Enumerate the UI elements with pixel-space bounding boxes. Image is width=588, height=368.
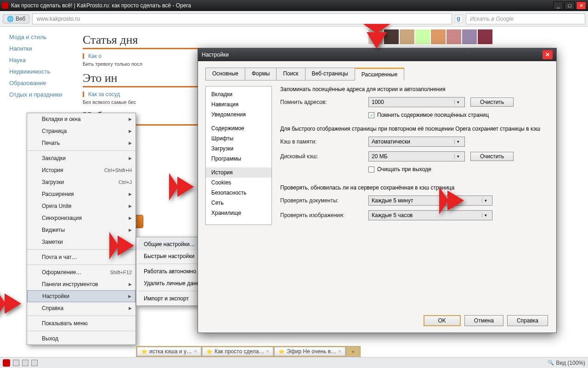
menu-item[interactable]: Вкладки и окна ▶ xyxy=(27,113,136,125)
check-images-combo[interactable]: Каждые 5 часов▾ xyxy=(368,210,492,220)
download-icon xyxy=(31,178,38,186)
avatar[interactable] xyxy=(447,29,461,44)
clear-history-button[interactable]: Очистить xyxy=(470,98,514,107)
settings-tab[interactable]: Расширенные xyxy=(355,68,405,80)
printer-icon xyxy=(31,139,38,147)
ok-button[interactable]: OK xyxy=(424,315,461,326)
menu-item[interactable]: Страница ▶ xyxy=(27,125,136,137)
divider xyxy=(83,86,198,87)
dialog-title-bar: Настройки ✕ xyxy=(198,48,556,61)
menu-item[interactable]: Расширения ▶ xyxy=(27,188,136,200)
maximize-button[interactable]: □ xyxy=(565,1,575,10)
minimize-button[interactable]: _ xyxy=(553,1,563,10)
avatar[interactable] xyxy=(415,29,430,44)
settings-tab[interactable]: Формы xyxy=(245,68,277,80)
sidebar-link[interactable]: Мода и стиль xyxy=(9,31,74,43)
google-icon[interactable] xyxy=(455,15,463,23)
remember-addresses-combo[interactable]: 1000▾ xyxy=(368,97,465,107)
settings-category-item[interactable]: Шрифты xyxy=(206,133,271,144)
menu-item[interactable]: Печать ▶ xyxy=(27,137,136,149)
menu-item[interactable]: Opera Unite ▶ xyxy=(27,200,136,212)
settings-category-item[interactable]: История xyxy=(206,167,271,178)
web-badge[interactable]: 🌐 Веб xyxy=(3,14,29,23)
remember-content-checkbox[interactable]: ✓Помнить содержимое посещённых страниц xyxy=(368,112,489,118)
clock-icon xyxy=(31,167,38,174)
settings-category-item[interactable]: Уведомления xyxy=(206,109,271,120)
sidebar-link[interactable]: Недвижимость xyxy=(9,66,74,77)
search-input[interactable]: Искать в Google xyxy=(466,13,585,24)
browser-tab[interactable]: ⭐Эфир Не очень в…× xyxy=(274,347,345,356)
avatar[interactable] xyxy=(478,29,492,44)
menu-item[interactable]: Закладки ▶ xyxy=(27,152,136,164)
settings-tab[interactable]: Поиск xyxy=(276,68,305,80)
window-close-button[interactable]: ✕ xyxy=(576,1,586,10)
settings-category-item[interactable]: Программы xyxy=(206,154,271,164)
description-text: Для быстрого отображения страницы при по… xyxy=(280,126,549,132)
sidebar-link[interactable]: Отдых и праздники xyxy=(9,89,74,100)
zoom-indicator[interactable]: 🔍 Вид (100%) xyxy=(548,360,585,366)
cancel-button[interactable]: Отмена xyxy=(464,315,503,326)
check-documents-combo[interactable]: Каждые 5 минут▾ xyxy=(368,196,492,206)
blank-icon xyxy=(31,269,38,276)
clear-on-exit-checkbox[interactable]: Очищать при выходе xyxy=(368,166,431,172)
settings-category-item[interactable]: Содержимое xyxy=(206,123,271,133)
settings-category-item[interactable]: Загрузки xyxy=(206,144,271,154)
settings-tab[interactable]: Веб-страницы xyxy=(305,68,355,80)
settings-category-item[interactable]: Навигация xyxy=(206,99,271,109)
menu-item[interactable]: Настройки ▶ xyxy=(27,290,136,302)
settings-tab[interactable]: Основные xyxy=(205,68,245,80)
settings-category-item[interactable]: Вкладки xyxy=(206,89,271,99)
status-bar: 🔍 Вид (100%) xyxy=(0,357,588,368)
settings-content: Запоминать посещённые адреса для истории… xyxy=(280,86,549,225)
check-images-label: Проверять изображения: xyxy=(280,212,363,218)
bookmark-icon xyxy=(31,155,38,162)
menu-item[interactable]: Загрузки Ctrl+J xyxy=(27,176,136,188)
browser-tab[interactable]: ⭐Как просто сдела…× xyxy=(202,347,273,356)
sidebar-link[interactable]: Образование xyxy=(9,77,74,89)
menu-item[interactable]: Показывать меню xyxy=(27,317,136,329)
remember-addresses-label: Помнить адресов: xyxy=(280,99,363,105)
clear-cache-button[interactable]: Очистить xyxy=(470,152,514,161)
blank-icon xyxy=(31,320,38,327)
unite-icon[interactable] xyxy=(31,360,38,366)
menu-item[interactable]: Выход xyxy=(27,333,136,345)
help-button[interactable]: Справка xyxy=(507,315,548,326)
menu-item[interactable]: Справка ▶ xyxy=(27,302,136,314)
browser-tab[interactable]: ⭐истка кэша и у…× xyxy=(137,347,201,356)
disk-cache-combo[interactable]: 20 МБ▾ xyxy=(368,151,465,161)
browser-tabs: ⭐истка кэша и у…× ⭐Как просто сдела…× ⭐Э… xyxy=(136,346,361,357)
blank-icon xyxy=(31,305,38,312)
dialog-close-button[interactable]: ✕ xyxy=(543,50,553,59)
description-text: Запоминать посещённые адреса для истории… xyxy=(280,86,549,92)
menu-item[interactable]: История Ctrl+Shift+H xyxy=(27,164,136,176)
menu-item[interactable]: Панели инструментов ▶ xyxy=(27,278,136,290)
settings-category-item[interactable]: Сеть xyxy=(206,198,271,208)
blank-icon xyxy=(31,281,38,288)
sync-icon[interactable] xyxy=(22,360,28,366)
avatar[interactable] xyxy=(400,29,414,44)
sidebar-link[interactable]: Наука xyxy=(9,54,74,66)
menu-item[interactable]: Виджеты ▶ xyxy=(27,224,136,236)
new-tab-button[interactable]: ＋ xyxy=(346,347,360,356)
menu-item[interactable]: Оформление… Shift+F12 xyxy=(27,266,136,278)
avatar[interactable] xyxy=(431,29,446,44)
opera-menu-button[interactable] xyxy=(3,359,10,367)
settings-category-item[interactable]: Cookies xyxy=(206,178,271,188)
menu-item[interactable]: Синхронизация ▶ xyxy=(27,212,136,224)
divider xyxy=(83,48,198,49)
sidebar-link[interactable]: Напитки xyxy=(9,43,74,54)
sync-icon xyxy=(31,214,38,222)
window-title: Как просто сделать всё! | KakProsto.ru: … xyxy=(11,2,553,9)
settings-category-item[interactable]: Безопасность xyxy=(206,188,271,198)
url-input[interactable]: www.kakprosto.ru xyxy=(32,13,452,24)
panel-icon[interactable] xyxy=(13,360,19,366)
blank-icon xyxy=(31,335,38,342)
settings-category-item[interactable]: Хранилище xyxy=(206,208,271,218)
address-bar: 🌐 Веб www.kakprosto.ru Искать в Google xyxy=(0,11,588,27)
settings-dialog: Настройки ✕ ОсновныеФормыПоискВеб-страни… xyxy=(198,48,557,333)
blank-icon xyxy=(31,253,38,261)
opera-icon xyxy=(2,2,8,9)
description-text: Проверять, обновилась ли на сервере сохр… xyxy=(280,184,549,191)
memory-cache-combo[interactable]: Автоматически▾ xyxy=(368,137,465,147)
avatar[interactable] xyxy=(462,29,477,44)
